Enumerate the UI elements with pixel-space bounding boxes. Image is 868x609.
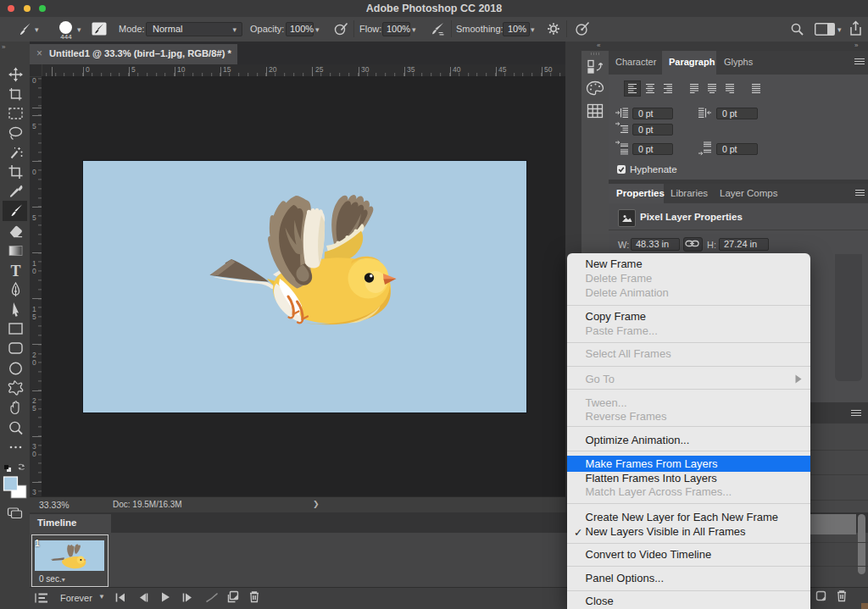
svg-text:T: T	[10, 263, 20, 280]
